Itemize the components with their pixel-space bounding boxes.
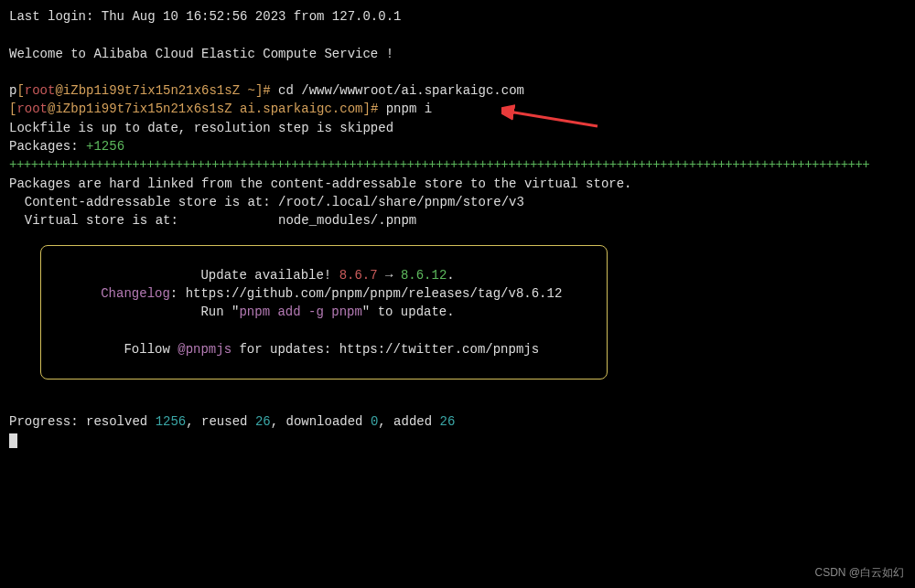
- cursor-line[interactable]: [9, 432, 906, 450]
- update-label: Update available!: [200, 268, 339, 283]
- prompt-user: root: [25, 83, 56, 98]
- sep: :: [170, 286, 186, 301]
- run-prefix: Run ": [200, 305, 239, 319]
- follow-mid: for updates:: [231, 342, 339, 357]
- changelog-label: Changelog: [101, 286, 170, 301]
- dot: .: [447, 268, 454, 283]
- prompt-user: root: [16, 102, 48, 116]
- run-line: Run "pnpm add -g pnpm" to update.: [78, 303, 570, 321]
- prompt-host: iZbp1i99t7ix15n21x6s1sZ: [63, 83, 240, 98]
- prompt-bracket: ]#: [255, 83, 271, 98]
- hardlink-line: Packages are hard linked from the conten…: [9, 175, 906, 193]
- update-available-line: Update available! 8.6.7 → 8.6.12.: [78, 266, 570, 284]
- follow-line: Follow @pnpmjs for updates: https://twit…: [78, 340, 570, 358]
- run-cmd: pnpm add -g pnpm: [239, 305, 361, 319]
- progress-line: Progress: resolved 1256, reused 26, down…: [9, 412, 906, 431]
- run-suffix: " to update.: [362, 305, 455, 319]
- welcome-line: Welcome to Alibaba Cloud Elastic Compute…: [9, 45, 906, 63]
- blank: [9, 26, 906, 44]
- added-label: , added: [378, 414, 439, 429]
- prompt-host: iZbp1i99t7ix15n21x6s1sZ: [55, 102, 231, 116]
- prompt-bracket: ]#: [362, 102, 378, 116]
- virtual-store-line: Virtual store is at: node_modules/.pnpm: [9, 211, 906, 230]
- old-version: 8.6.7: [339, 268, 378, 283]
- progress-label: Progress: resolved: [9, 414, 156, 429]
- terminal-cursor[interactable]: [9, 433, 17, 448]
- progress-resolved: 1256: [156, 414, 187, 429]
- lockfile-line: Lockfile is up to date, resolution step …: [9, 119, 906, 137]
- watermark: CSDN @白云如幻: [814, 565, 904, 581]
- packages-count: +1256: [79, 139, 124, 154]
- follow-url: https://twitter.com/pnpmjs: [339, 342, 539, 357]
- update-notice-box: Update available! 8.6.7 → 8.6.12. Change…: [40, 245, 608, 380]
- new-version: 8.6.12: [401, 268, 447, 283]
- follow-handle: @pnpmjs: [178, 342, 231, 357]
- progress-reused: 26: [255, 414, 271, 429]
- blank: [78, 321, 570, 339]
- packages-line: Packages: +1256: [9, 137, 906, 155]
- arrow-text: →: [378, 268, 401, 283]
- login-line: Last login: Thu Aug 10 16:52:56 2023 fro…: [9, 7, 906, 26]
- cas-line: Content-addressable store is at: /root/.…: [9, 193, 906, 211]
- progress-bar: ++++++++++++++++++++++++++++++++++++++++…: [9, 155, 906, 174]
- prompt-path: ~: [240, 83, 255, 98]
- prompt-at: @: [55, 83, 62, 98]
- reused-label: , reused: [186, 414, 255, 429]
- changelog-url: https://github.com/pnpm/pnpm/releases/ta…: [186, 286, 563, 301]
- progress-added: 26: [440, 414, 456, 429]
- shell-prompt-1: p[root@iZbp1i99t7ix15n21x6s1sZ ~]# cd /w…: [9, 81, 906, 100]
- packages-label: Packages:: [9, 139, 79, 154]
- follow-prefix: Follow: [124, 342, 178, 357]
- command[interactable]: pnpm i: [378, 102, 432, 116]
- command[interactable]: cd /www/wwwroot/ai.sparkaigc.com: [271, 83, 524, 98]
- blank: [9, 394, 906, 412]
- prompt-bracket: [: [16, 83, 24, 98]
- prompt-path: ai.sparkaigc.com: [232, 102, 363, 116]
- blank: [9, 63, 906, 81]
- shell-prompt-2: [root@iZbp1i99t7ix15n21x6s1sZ ai.sparkai…: [9, 100, 906, 118]
- downloaded-label: , downloaded: [271, 414, 371, 429]
- changelog-line: Changelog: https://github.com/pnpm/pnpm/…: [78, 284, 570, 303]
